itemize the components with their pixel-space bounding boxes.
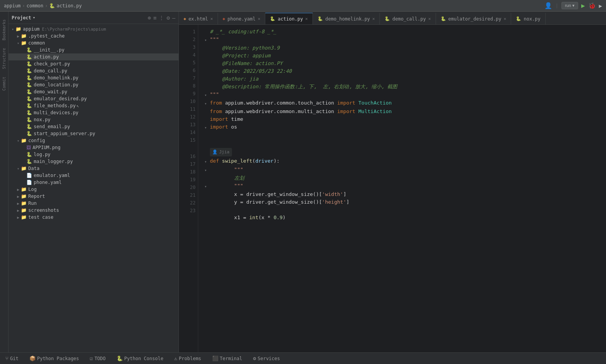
tree-item-emulator_desired[interactable]: 🐍 emulator_desired.py [9,95,179,102]
tab-demo_call[interactable]: 🐍 demo_call.py ✕ [380,13,436,24]
tree-label-emulator_yaml: emulator.yaml [34,173,70,178]
tree-item-appium_png[interactable]: 🖼 APPIUM.png [9,144,179,151]
tab-close-emulator_desired[interactable]: ✕ [504,16,506,21]
fold-13[interactable]: ▾ [204,124,210,132]
tree-item-demo_homelink[interactable]: 🐍 demo_homelink.py [9,74,179,81]
tree-item-phone_yaml[interactable]: 📄 phone.yaml [9,179,179,186]
tree-item-send_email[interactable]: 🐍 send_email.py [9,123,179,130]
tab-phone_yaml[interactable]: ◈ phone.yaml ✕ [218,13,266,24]
project-dropdown-arrow[interactable]: ▾ [33,15,36,20]
tab-ex_html[interactable]: ◈ ex.html ✕ [179,13,218,24]
tab-close-action_py[interactable]: ✕ [305,16,308,21]
gutter-bookmarks[interactable]: Bookmarks [2,19,6,40]
line-num-21: 21 [179,191,196,199]
tab-close-demo_call[interactable]: ✕ [428,16,431,21]
tree-item-demo_call[interactable]: 🐍 demo_call.py [9,67,179,74]
bottom-tab-services[interactable]: ⚙ Services [251,353,282,364]
tree-item-file_methods[interactable]: 🐍 file_methods.py ↖ [9,102,179,109]
tab-close-phone_yaml[interactable]: ✕ [258,16,261,21]
tree-label-multi_devices: multi_devices.py [34,110,79,115]
tree-item-log_py[interactable]: 🐍 log.py [9,151,179,158]
code-text-8: @Description: 常用操作函数:上, 下, 左, 右划动, 放大, 缩… [210,83,397,91]
breadcrumb-file[interactable]: 🐍 action.py [49,3,82,9]
run-with-coverage-icon[interactable]: ▶ [599,3,602,9]
user-icon[interactable]: 👤 [544,2,552,9]
bottom-tab-todo-label: TODO [94,356,106,361]
bottom-tab-git[interactable]: ⑂ Git [3,353,21,364]
fold-9[interactable]: ▾ [204,91,210,99]
project-icon-settings[interactable]: ⚙ [167,15,170,21]
tab-icon-demo_call: 🐍 [385,16,390,21]
tree-item-action[interactable]: 🐍 action.py [9,53,179,60]
play-button[interactable]: ▶ [581,2,585,9]
tree-item-start_appium_server[interactable]: 🐍 start_appium_server.py [9,130,179,137]
tree-item-init[interactable]: 🐍 __init__.py [9,46,179,53]
fold-10[interactable]: ▾ [204,100,210,108]
code-content[interactable]: # _*_ coding:utf-8 _*_ ▾ """ @Version: p… [198,25,606,352]
fold-17[interactable]: ▾ [204,167,210,174]
code-line-3: @Version: python3.9 [204,44,606,52]
tree-item-screenshots[interactable]: ▶ 📁 screenshots [9,207,179,214]
tree-label-main_logger: main_logger.py [34,159,73,164]
gutter-commit[interactable]: Commit [2,77,6,91]
bottom-tab-problems[interactable]: ⚠ Problems [172,353,204,364]
tab-demo_homelink[interactable]: 🐍 demo_homelink.py ✕ [313,13,380,24]
bottom-tab-git-label: Git [10,356,19,361]
tree-item-demo_wait[interactable]: 🐍 demo_wait.py [9,88,179,95]
breadcrumb-appium[interactable]: appium [4,3,21,9]
py-icon-action: 🐍 [26,54,32,60]
tree-item-data[interactable]: ▾ 📁 Data [9,165,179,172]
py-icon-multi_devices: 🐍 [26,110,32,115]
tree-label-init: __init__.py [34,47,64,53]
tab-nox[interactable]: 🐍 nox.py [511,13,545,24]
gutter-structure[interactable]: Structure [2,48,6,69]
py-icon-demo_homelink: 🐍 [26,75,32,81]
project-icon-collapse[interactable]: ≡ [153,15,156,21]
project-icon-locate[interactable]: ⊕ [148,15,151,21]
tree-item-common[interactable]: ▾ 📁 common [9,39,179,46]
run-dropdown[interactable]: run ▾ [561,2,578,9]
tree-item-demo_location[interactable]: 🐍 demo_location.py [9,81,179,88]
bottom-tab-python_packages[interactable]: 📦 Python Packages [27,353,81,364]
project-icon-hide[interactable]: — [172,15,175,21]
fold-19[interactable]: ▾ [204,183,210,191]
line-num-16: 16 [179,153,196,160]
tree-item-main_logger[interactable]: 🐍 main_logger.py [9,158,179,165]
tree-item-log[interactable]: ▶ 📁 Log [9,186,179,193]
fold-2[interactable]: ▾ [204,36,210,44]
tree-item-pytest_cache[interactable]: ▶ 📁 .pytest_cache [9,33,179,39]
breadcrumb: appium › common › 🐍 action.py [4,3,82,9]
code-text-1: # _*_ coding:utf-8 _*_ [210,28,276,36]
tab-close-ex_html[interactable]: ✕ [210,16,213,21]
code-text-5: @FileName: action.PY [210,60,283,67]
project-panel-title[interactable]: Project ▾ [12,15,35,21]
tree-item-config[interactable]: ▾ 📁 config [9,137,179,144]
bottom-tab-todo[interactable]: ☑ TODO [88,353,108,364]
debug-icon[interactable]: 🐞 [588,2,596,9]
tab-close-demo_homelink[interactable]: ✕ [373,16,375,21]
tab-action_py[interactable]: 🐍 action.py ✕ [265,13,313,24]
bottom-tab-terminal[interactable]: ⬛ Terminal [210,353,245,364]
tree-item-appium[interactable]: ▾ 📁 appium E:\PycharmProjects\appium [9,26,179,33]
tab-emulator_desired[interactable]: 🐍 emulator_desired.py ✕ [436,13,512,24]
tree-item-run[interactable]: ▶ 📁 Run [9,200,179,207]
tab-label-demo_call: demo_call.py [392,16,426,22]
tree-label-log: Log [28,187,37,192]
tree-item-nox[interactable]: 🐍 nox.py [9,116,179,123]
code-text-2: """ [210,36,219,43]
png-icon-appium: 🖼 [26,145,31,150]
bottom-bar: ⑂ Git 📦 Python Packages ☑ TODO 🐍 Python … [0,352,606,364]
tree-item-report[interactable]: ▶ 📁 Report [9,193,179,200]
tree-item-test_case[interactable]: ▶ 📁 test case [9,214,179,221]
code-editor: 1 2 3 4 5 6 7 8 9 10 11 12 13 14 15 16 1… [179,25,606,352]
line-num-14: 14 [179,129,196,136]
breadcrumb-common[interactable]: common [27,3,43,9]
project-icon-options[interactable]: ⋮ [159,15,164,21]
tree-item-multi_devices[interactable]: 🐍 multi_devices.py [9,109,179,116]
breadcrumb-file-icon: 🐍 [49,3,55,9]
bottom-tab-python_console[interactable]: 🐍 Python Console [114,353,166,364]
line-num-9: 9 [179,90,196,98]
tree-item-check_port[interactable]: 🐍 check_port.py [9,60,179,67]
tree-item-emulator_yaml[interactable]: 📄 emulator.yaml [9,172,179,179]
fold-16[interactable]: ▾ [204,158,210,166]
